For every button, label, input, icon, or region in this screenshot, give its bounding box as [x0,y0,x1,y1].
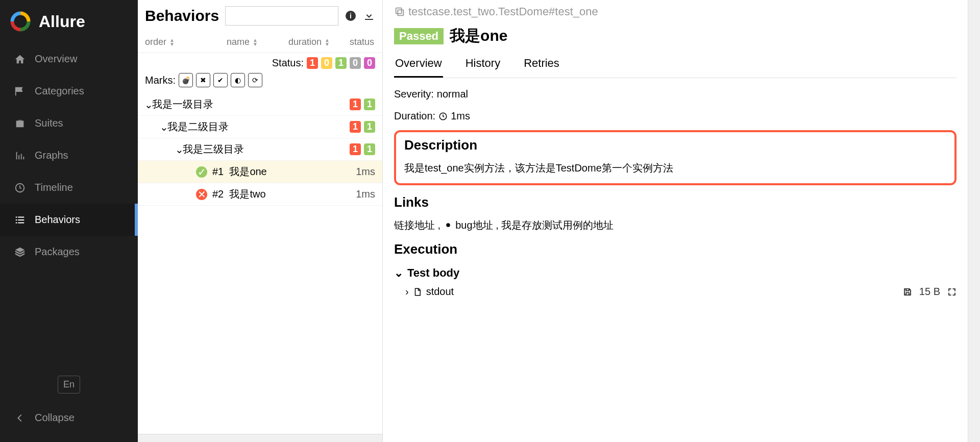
logo[interactable]: Allure [0,0,138,43]
chevron-down-icon: ⌄ [394,266,403,280]
description-heading: Description [404,137,946,153]
language-button[interactable]: En [0,376,138,394]
chart-icon [14,150,26,161]
layers-icon [14,247,26,258]
nav-packages[interactable]: Packages [0,236,138,268]
duration-line: Duration: 1ms [394,110,957,122]
stdout-label: stdout [426,286,454,298]
stdout-size: 15 B [919,286,940,298]
vertical-scrollbar[interactable] [968,0,980,442]
pass-badge: 1 [364,143,375,155]
status-broken-count[interactable]: 0 [321,57,332,69]
nav-label: Graphs [35,150,68,161]
tree-node-l2[interactable]: ⌄ 我是二级目录 1 1 [138,116,382,138]
copy-icon[interactable] [394,6,405,17]
search-input[interactable] [225,6,338,26]
leaf-duration: 1ms [350,188,375,200]
save-icon[interactable] [903,287,912,297]
title-row: Passed 我是one [394,26,957,46]
language-label: En [58,376,80,394]
tree-node-l3[interactable]: ⌄ 我是三级目录 1 1 [138,138,382,161]
tree-leaf-1[interactable]: ✓ #1 我是one 1ms [138,161,382,183]
mark-new-passed-button[interactable]: ✔ [213,73,228,87]
nav-overview[interactable]: Overview [0,43,138,75]
stdout-row[interactable]: › stdout 15 B [394,286,957,298]
tab-history[interactable]: History [464,52,501,78]
behavior-tree: ⌄ 我是一级目录 1 1 ⌄ 我是二级目录 1 1 ⌄ 我是三级目录 1 [138,89,382,434]
column-headers: order▲▼ name▲▼ duration▲▼ status [138,32,382,53]
col-status[interactable]: status [350,37,375,47]
marks-label: Marks: [145,75,176,86]
leaf-label: 我是one [229,165,350,179]
chevron-right-icon: › [405,286,409,298]
col-order[interactable]: order▲▼ [145,37,196,47]
mark-retried-button[interactable]: ⟳ [248,73,262,87]
svg-rect-8 [396,8,402,14]
leaf-label: 我是two [229,187,350,201]
status-failed-count[interactable]: 1 [307,57,318,69]
mark-flaky-button[interactable]: 💣 [179,73,193,87]
expand-icon[interactable] [947,287,957,297]
mark-new-failed-button[interactable]: ✖ [196,73,210,87]
nav-graphs[interactable]: Graphs [0,139,138,171]
col-duration[interactable]: duration▲▼ [288,37,350,47]
middle-pane: Behaviors i order▲▼ name▲▼ duration▲▼ st… [138,0,383,442]
svg-rect-7 [398,10,403,15]
description-box: Description 我是test_one实例方法，该方法是TestDome第… [394,130,957,185]
nav-categories[interactable]: Categories [0,75,138,107]
collapse-button[interactable]: Collapse [0,404,138,432]
status-passed-count[interactable]: 1 [335,57,347,69]
leaf-num: #1 [212,166,224,178]
tree-node-l1[interactable]: ⌄ 我是一级目录 1 1 [138,93,382,116]
list-icon [14,214,26,226]
page-title: Behaviors [145,7,219,24]
nav-suites[interactable]: Suites [0,107,138,139]
middle-header: Behaviors i [138,0,382,32]
execution-heading: Execution [394,241,957,257]
home-icon [14,54,26,65]
nav-label: Timeline [35,182,73,193]
svg-point-10 [446,223,450,227]
breadcrumb-text: testcase.test_two.TestDome#test_one [408,5,598,18]
nav: Overview Categories Suites Graphs Timeli… [0,43,138,376]
nav-label: Packages [35,246,80,258]
collapse-label: Collapse [35,412,75,424]
fail-badge: 1 [350,121,361,133]
col-name[interactable]: name▲▼ [196,37,288,47]
brand-text: Allure [39,12,85,31]
nav-label: Categories [35,85,84,97]
fail-badge: 1 [350,99,361,110]
mark-new-broken-button[interactable]: ◐ [231,73,245,87]
pass-icon: ✓ [196,166,207,178]
sort-icon: ▲▼ [169,38,175,46]
horizontal-scrollbar[interactable] [138,434,382,442]
info-icon[interactable]: i [345,10,357,22]
sidebar: Allure Overview Categories Suites Graphs… [0,0,138,442]
links-heading: Links [394,194,957,210]
sort-icon: ▲▼ [253,38,258,46]
chevron-down-icon: ⌄ [160,121,167,133]
svg-text:i: i [350,12,352,20]
download-icon[interactable] [363,10,375,22]
clock-icon [438,112,448,121]
nav-timeline[interactable]: Timeline [0,171,138,204]
nav-behaviors[interactable]: Behaviors [0,204,138,236]
description-text: 我是test_one实例方法，该方法是TestDome第一个实例方法 [404,161,946,175]
status-unknown-count[interactable]: 0 [364,57,375,69]
nav-label: Suites [35,117,63,129]
briefcase-icon [14,118,26,129]
clock-icon [14,182,26,193]
right-pane: testcase.test_two.TestDome#test_one Pass… [383,0,980,442]
pass-badge: 1 [364,99,375,110]
status-badge: Passed [394,28,444,44]
tree-leaf-2[interactable]: ✕ #2 我是two 1ms [138,183,382,206]
status-skipped-count[interactable]: 0 [350,57,361,69]
tab-retries[interactable]: Retries [523,52,560,78]
pass-badge: 1 [364,121,375,133]
fail-icon: ✕ [196,189,207,200]
chevron-left-icon [14,412,26,424]
leaf-duration: 1ms [350,166,375,178]
tab-overview[interactable]: Overview [394,52,443,78]
test-body-toggle[interactable]: ⌄ Test body [394,266,957,280]
flag-icon [14,86,26,97]
